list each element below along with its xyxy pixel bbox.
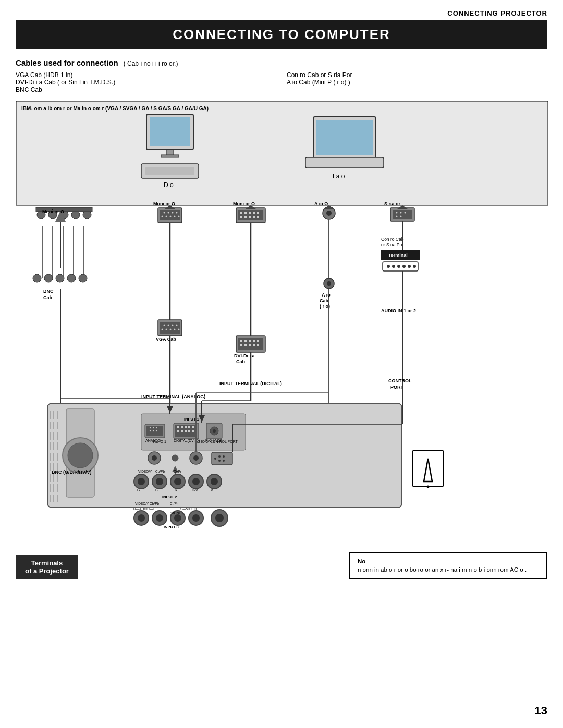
cables-section: Cables used for connection ( Cab i no i … [16, 58, 547, 93]
svg-point-106 [400, 216, 402, 217]
svg-text:(MONO): (MONO) [170, 511, 183, 515]
svg-text:S ria  or: S ria or [384, 201, 401, 206]
terminals-line1: Terminals [23, 559, 71, 567]
main-title-box: CONNECTING TO COMPUTER [16, 20, 547, 49]
svg-text:AU IO 1: AU IO 1 [153, 440, 166, 443]
svg-point-102 [396, 212, 398, 214]
svg-point-91 [326, 211, 332, 216]
svg-rect-71 [253, 216, 255, 218]
svg-point-42 [166, 216, 167, 217]
svg-point-41 [162, 216, 163, 217]
svg-rect-101 [393, 210, 412, 219]
svg-text:V: V [211, 488, 213, 492]
cable-item-4: Con ro Cab or S ria Por [287, 71, 547, 79]
svg-text:Terminal: Terminal [388, 253, 408, 258]
svg-point-256 [427, 486, 430, 488]
diagram-outer: IBM- om a ib om r or Ma in o om r (VGA /… [16, 101, 547, 539]
svg-rect-68 [240, 216, 242, 218]
svg-rect-173 [181, 426, 183, 428]
svg-text:or S ria Por: or S ria Por [381, 242, 403, 248]
svg-point-96 [327, 281, 331, 286]
svg-point-210 [192, 478, 200, 485]
svg-point-103 [400, 212, 402, 214]
svg-point-193 [193, 455, 199, 461]
svg-rect-50 [160, 322, 180, 334]
svg-point-51 [164, 325, 165, 326]
svg-text:B: B [155, 488, 158, 492]
svg-text:PORT: PORT [390, 385, 404, 390]
svg-point-212 [211, 478, 218, 485]
svg-point-231 [215, 514, 224, 522]
svg-rect-36 [160, 210, 180, 220]
svg-point-197 [223, 455, 225, 458]
svg-text:(  r o): ( r o) [320, 304, 330, 309]
svg-text:CON ROL PORT: CON ROL PORT [210, 440, 238, 443]
svg-rect-84 [244, 344, 247, 346]
bottom-section: Terminals of a Projector No n onn in ab … [0, 547, 563, 589]
svg-point-53 [172, 325, 174, 326]
svg-point-58 [174, 329, 176, 330]
svg-point-29 [44, 274, 53, 282]
svg-point-38 [168, 212, 169, 214]
svg-point-31 [67, 274, 76, 282]
svg-rect-4 [150, 117, 190, 146]
note-text: n onn in ab o r or o bo ro or an x r- na… [358, 566, 539, 573]
header-title: CONNECTING PROJECTOR [447, 9, 547, 17]
svg-rect-6 [161, 155, 179, 157]
svg-point-56 [166, 329, 167, 330]
svg-text:IBM- om a ib  om  r or Ma in o: IBM- om a ib om r or Ma in o om r (VGA /… [21, 106, 209, 112]
svg-rect-65 [249, 212, 251, 214]
svg-rect-67 [257, 212, 259, 214]
svg-rect-79 [244, 340, 247, 342]
svg-point-105 [396, 216, 398, 217]
svg-text:R—AUDIO—L: R—AUDIO—L [133, 507, 155, 511]
svg-point-158 [68, 443, 93, 468]
svg-point-208 [174, 478, 181, 485]
svg-point-28 [33, 274, 41, 282]
svg-text:Moni or O: Moni or O [42, 209, 64, 214]
svg-point-57 [170, 329, 172, 330]
svg-point-37 [164, 212, 165, 214]
svg-text:DVI-Di i a: DVI-Di i a [234, 353, 255, 359]
svg-text:BNC: BNC [43, 289, 54, 294]
svg-text:La o: La o [333, 172, 345, 180]
cables-title: Cables used for connection [16, 58, 118, 67]
svg-text:H/V: H/V [192, 488, 198, 492]
cable-item-1: VGA Cab (HDB 1 in) [16, 71, 276, 79]
svg-rect-177 [177, 430, 179, 432]
svg-text:INPUT 2: INPUT 2 [162, 495, 177, 499]
svg-rect-70 [249, 216, 251, 218]
svg-point-229 [192, 514, 200, 522]
svg-rect-181 [192, 430, 194, 432]
svg-text:D  o: D o [164, 181, 174, 189]
svg-point-206 [156, 478, 163, 485]
svg-point-59 [178, 329, 180, 330]
svg-point-115 [392, 265, 395, 268]
svg-text:A  io O: A io O [314, 201, 328, 206]
svg-point-40 [176, 212, 178, 214]
svg-point-32 [79, 274, 87, 282]
page-number: 13 [535, 704, 547, 718]
terminals-box: Terminals of a Projector [16, 555, 78, 579]
svg-rect-172 [177, 426, 179, 428]
svg-text:Moni or O: Moni or O [153, 201, 175, 206]
svg-rect-11 [316, 120, 373, 155]
svg-text:INPUT 3: INPUT 3 [164, 525, 179, 529]
svg-rect-174 [185, 426, 187, 428]
svg-point-116 [397, 265, 400, 268]
svg-rect-62 [238, 210, 263, 220]
svg-text:BNC (G/B/R/HV/V): BNC (G/B/R/HV/V) [52, 470, 92, 475]
page-header: CONNECTING PROJECTOR [0, 0, 563, 20]
svg-rect-82 [257, 340, 259, 342]
cables-subtitle: ( Cab i no i i i ro or.) [124, 60, 178, 67]
svg-point-163 [150, 427, 151, 428]
svg-rect-85 [249, 344, 251, 346]
svg-point-45 [178, 216, 180, 217]
svg-rect-179 [185, 430, 187, 432]
svg-point-119 [413, 265, 416, 268]
cable-item-3: BNC Cab [16, 86, 276, 93]
svg-point-165 [156, 427, 157, 428]
cable-item-2: DVI-Di i a Cab ( or Sin Lin T.M.D.S.) [16, 79, 276, 86]
svg-point-164 [153, 427, 154, 428]
cables-right: Con ro Cab or S ria Por A io Cab (Mini P… [287, 71, 547, 93]
